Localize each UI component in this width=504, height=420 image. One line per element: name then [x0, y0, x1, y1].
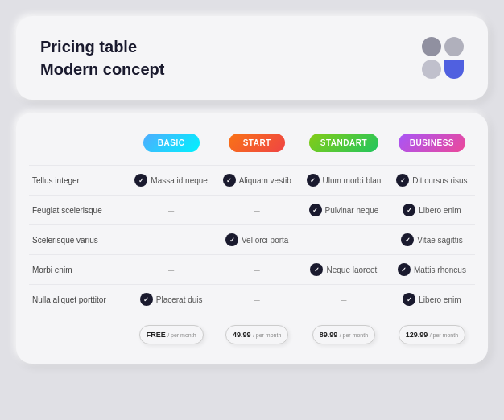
cell-text: Aliquam vestib — [239, 176, 291, 185]
header-card: Pricing table Modern concept — [16, 16, 488, 100]
dash-icon: – — [168, 204, 174, 216]
basic-cell: – — [127, 255, 216, 285]
start-cell: Aliquam vestib — [215, 166, 299, 196]
cell-text: Libero enim — [419, 295, 461, 304]
standart-cell: – — [299, 285, 389, 315]
pricing-table-card: BASIC START STANDART BUSINESS Tellus int… — [16, 113, 488, 364]
start-cell: – — [215, 196, 299, 225]
price-amount: 49.99 — [233, 331, 251, 339]
logo-half-circle — [444, 60, 464, 79]
check-icon — [401, 233, 414, 246]
title-line2: Modern concept — [40, 60, 164, 78]
cell-text: Neque laoreet — [326, 266, 377, 274]
start-cell: – — [215, 255, 299, 285]
cell-text: Placerat duis — [156, 295, 203, 304]
check-icon — [398, 263, 411, 276]
cell-text: Pulvinar neque — [325, 206, 379, 215]
standart-cell: Ulum morbi blan — [299, 166, 389, 196]
price-cell-1: 49.99 / per month — [215, 314, 299, 348]
title-line1: Pricing table — [40, 38, 137, 56]
table-row: Tellus integerMassa id nequeAliquam vest… — [29, 166, 475, 196]
cell-text: Ulum morbi blan — [323, 176, 382, 185]
price-amount: 129.99 — [406, 331, 428, 339]
start-cell: – — [215, 285, 299, 315]
dash-icon: – — [254, 294, 260, 306]
price-button-3[interactable]: 129.99 / per month — [399, 325, 465, 344]
check-icon — [310, 263, 323, 276]
price-suffix: / per month — [253, 332, 281, 338]
cell-text: Dit cursus risus — [412, 176, 467, 185]
standart-cell: Pulvinar neque — [299, 196, 389, 225]
check-icon — [134, 174, 147, 187]
table-row: Scelerisque varius–Vel orci porta–Vitae … — [29, 225, 475, 255]
pricing-table: BASIC START STANDART BUSINESS Tellus int… — [29, 129, 475, 348]
dash-icon: – — [168, 234, 174, 246]
basic-cell: – — [127, 196, 216, 225]
cell-text: Massa id neque — [151, 176, 208, 185]
check-icon — [309, 204, 322, 216]
price-button-0[interactable]: FREE / per month — [139, 325, 204, 344]
check-icon — [403, 293, 415, 306]
feature-cell: Morbi enim — [29, 255, 127, 285]
business-cell: Dit cursus risus — [389, 166, 475, 196]
basic-badge: BASIC — [143, 134, 200, 152]
price-suffix: / per month — [167, 332, 196, 338]
logo-circle-bottom-left — [422, 60, 441, 79]
cell-text: Vitae sagittis — [417, 236, 463, 245]
cell-text: Vel orci porta — [242, 236, 288, 245]
basic-cell: Placerat duis — [127, 285, 216, 315]
start-badge: START — [229, 134, 285, 152]
basic-cell: – — [127, 225, 216, 255]
table-row: Feugiat scelerisque––Pulvinar nequeLiber… — [29, 196, 475, 225]
price-amount: FREE — [147, 331, 166, 339]
price-row: FREE / per month49.99 / per month89.99 /… — [29, 314, 475, 348]
price-cell-2: 89.99 / per month — [299, 314, 389, 348]
feature-cell: Tellus integer — [29, 166, 127, 196]
standart-plan-header: STANDART — [299, 129, 389, 166]
standart-cell: Neque laoreet — [299, 255, 389, 285]
business-plan-header: BUSINESS — [389, 129, 475, 166]
dash-icon: – — [341, 294, 346, 306]
standart-badge: STANDART — [309, 134, 378, 152]
dash-icon: – — [168, 264, 174, 276]
header-title: Pricing table Modern concept — [40, 35, 164, 80]
check-icon — [225, 233, 238, 246]
feature-column-header — [29, 129, 127, 166]
start-plan-header: START — [215, 129, 299, 166]
business-cell: Mattis rhoncus — [389, 255, 475, 285]
business-badge: BUSINESS — [399, 134, 465, 152]
feature-cell: Scelerisque varius — [29, 225, 127, 255]
business-cell: Vitae sagittis — [389, 225, 475, 255]
logo-circle-top-left — [422, 37, 441, 56]
dash-icon: – — [254, 204, 260, 216]
price-cell-3: 129.99 / per month — [389, 314, 475, 348]
basic-cell: Massa id neque — [127, 166, 216, 196]
table-row: Nulla aliquet porttitorPlacerat duis––Li… — [29, 285, 475, 315]
feature-cell: Feugiat scelerisque — [29, 196, 127, 225]
price-button-2[interactable]: 89.99 / per month — [312, 325, 375, 344]
start-cell: Vel orci porta — [215, 225, 299, 255]
check-icon — [403, 204, 415, 216]
basic-plan-header: BASIC — [127, 129, 216, 166]
check-icon — [307, 174, 320, 187]
price-suffix: / per month — [430, 332, 458, 338]
dash-icon: – — [254, 264, 260, 276]
cell-text: Libero enim — [419, 206, 461, 215]
check-icon — [223, 174, 236, 187]
check-icon — [140, 293, 153, 306]
price-button-1[interactable]: 49.99 / per month — [225, 325, 288, 344]
business-cell: Libero enim — [389, 196, 475, 225]
feature-cell: Nulla aliquet porttitor — [29, 285, 127, 315]
check-icon — [396, 174, 409, 187]
cell-text: Mattis rhoncus — [414, 266, 466, 274]
standart-cell: – — [299, 225, 389, 255]
price-cell-0: FREE / per month — [127, 314, 216, 348]
table-row: Morbi enim––Neque laoreetMattis rhoncus — [29, 255, 475, 285]
price-amount: 89.99 — [320, 331, 338, 339]
business-cell: Libero enim — [389, 285, 475, 315]
logo-circle-top-right — [444, 37, 464, 56]
plan-header-row: BASIC START STANDART BUSINESS — [29, 129, 475, 166]
logo-icon — [422, 37, 464, 79]
dash-icon: – — [341, 234, 346, 246]
price-suffix: / per month — [340, 332, 368, 338]
